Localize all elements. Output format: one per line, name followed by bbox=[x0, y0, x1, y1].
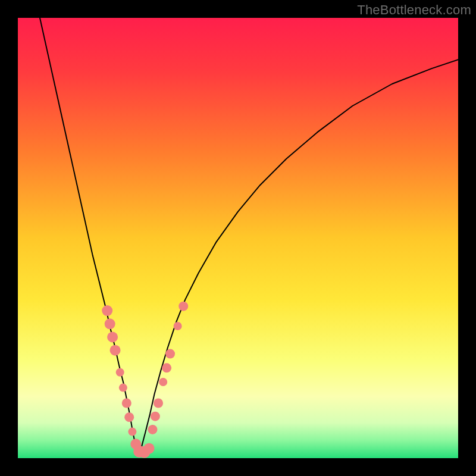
data-marker bbox=[178, 302, 188, 311]
plot-area bbox=[18, 18, 458, 458]
data-marker bbox=[151, 412, 160, 421]
data-marker bbox=[162, 363, 171, 372]
data-marker bbox=[165, 349, 175, 359]
watermark-text: TheBottleneck.com bbox=[357, 2, 471, 18]
data-marker bbox=[174, 322, 182, 330]
data-marker bbox=[148, 425, 157, 434]
chart-svg bbox=[18, 18, 458, 458]
data-marker bbox=[124, 412, 134, 422]
data-marker bbox=[159, 378, 167, 386]
data-marker bbox=[105, 318, 115, 329]
data-marker bbox=[144, 443, 155, 454]
data-marker bbox=[154, 399, 163, 408]
data-marker bbox=[122, 399, 131, 408]
chart-container: TheBottleneck.com bbox=[0, 0, 476, 476]
data-marker bbox=[110, 345, 121, 356]
data-marker bbox=[119, 384, 127, 392]
data-marker bbox=[107, 332, 118, 343]
data-marker bbox=[128, 428, 136, 436]
data-marker bbox=[116, 368, 124, 377]
data-marker bbox=[102, 305, 112, 316]
